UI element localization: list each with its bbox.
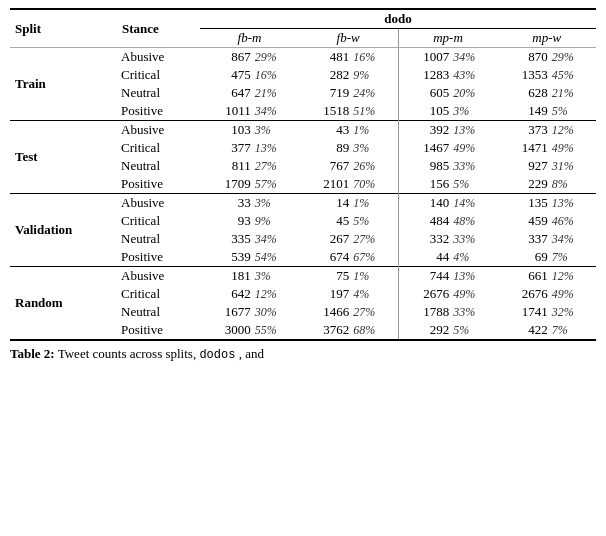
num-cell: 1788 <box>398 303 451 321</box>
pct-cell: 31% <box>550 157 596 175</box>
num-cell: 927 <box>497 157 549 175</box>
pct-cell: 49% <box>451 139 497 157</box>
num-cell: 1007 <box>398 48 451 67</box>
pct-cell: 43% <box>451 66 497 84</box>
pct-cell: 16% <box>253 66 299 84</box>
num-cell: 867 <box>200 48 252 67</box>
num-cell: 93 <box>200 212 252 230</box>
num-cell: 744 <box>398 267 451 286</box>
stance-cell: Abusive <box>117 267 200 286</box>
num-cell: 282 <box>299 66 351 84</box>
num-cell: 181 <box>200 267 252 286</box>
subheader-fbw: fb-w <box>299 29 398 48</box>
data-table: Split Stance dodo fb-m fb-w mp-m mp-w Tr… <box>10 8 596 341</box>
pct-cell: 1% <box>351 267 398 286</box>
pct-cell: 34% <box>451 48 497 67</box>
stance-cell: Neutral <box>117 84 200 102</box>
pct-cell: 4% <box>351 285 398 303</box>
num-cell: 105 <box>398 102 451 121</box>
stance-cell: Neutral <box>117 303 200 321</box>
pct-cell: 27% <box>253 157 299 175</box>
num-cell: 647 <box>200 84 252 102</box>
pct-cell: 20% <box>451 84 497 102</box>
pct-cell: 13% <box>253 139 299 157</box>
table-row: RandomAbusive1813%751%74413%66112% <box>10 267 596 286</box>
table-row: TestAbusive1033%431%39213%37312% <box>10 121 596 140</box>
stance-cell: Critical <box>117 66 200 84</box>
pct-cell: 33% <box>451 303 497 321</box>
num-cell: 628 <box>497 84 549 102</box>
split-header: Split <box>10 9 117 48</box>
pct-cell: 4% <box>451 248 497 267</box>
pct-cell: 68% <box>351 321 398 340</box>
pct-cell: 27% <box>351 303 398 321</box>
pct-cell: 45% <box>550 66 596 84</box>
pct-cell: 3% <box>253 267 299 286</box>
pct-cell: 33% <box>451 230 497 248</box>
num-cell: 335 <box>200 230 252 248</box>
num-cell: 69 <box>497 248 549 267</box>
caption-code: dodos <box>199 348 235 362</box>
num-cell: 475 <box>200 66 252 84</box>
num-cell: 3762 <box>299 321 351 340</box>
table-row: ValidationAbusive333%141%14014%13513% <box>10 194 596 213</box>
num-cell: 337 <box>497 230 549 248</box>
split-cell: Random <box>10 267 117 341</box>
pct-cell: 1% <box>351 194 398 213</box>
pct-cell: 49% <box>550 139 596 157</box>
pct-cell: 5% <box>451 321 497 340</box>
pct-cell: 13% <box>451 267 497 286</box>
pct-cell: 48% <box>451 212 497 230</box>
num-cell: 719 <box>299 84 351 102</box>
num-cell: 605 <box>398 84 451 102</box>
pct-cell: 3% <box>351 139 398 157</box>
stance-cell: Critical <box>117 139 200 157</box>
pct-cell: 57% <box>253 175 299 194</box>
pct-cell: 49% <box>550 285 596 303</box>
caption-end: , and <box>239 346 264 361</box>
subheader-fbm: fb-m <box>200 29 299 48</box>
pct-cell: 55% <box>253 321 299 340</box>
pct-cell: 12% <box>550 267 596 286</box>
stance-cell: Critical <box>117 212 200 230</box>
pct-cell: 7% <box>550 248 596 267</box>
stance-cell: Abusive <box>117 48 200 67</box>
pct-cell: 54% <box>253 248 299 267</box>
num-cell: 2101 <box>299 175 351 194</box>
num-cell: 1471 <box>497 139 549 157</box>
pct-cell: 67% <box>351 248 398 267</box>
num-cell: 392 <box>398 121 451 140</box>
pct-cell: 12% <box>550 121 596 140</box>
pct-cell: 5% <box>351 212 398 230</box>
num-cell: 292 <box>398 321 451 340</box>
split-cell: Test <box>10 121 117 194</box>
num-cell: 75 <box>299 267 351 286</box>
num-cell: 2676 <box>497 285 549 303</box>
pct-cell: 32% <box>550 303 596 321</box>
pct-cell: 34% <box>253 230 299 248</box>
num-cell: 1466 <box>299 303 351 321</box>
caption-label: Table 2: <box>10 346 55 361</box>
header-row-1: Split Stance dodo <box>10 9 596 29</box>
pct-cell: 3% <box>451 102 497 121</box>
num-cell: 267 <box>299 230 351 248</box>
num-cell: 377 <box>200 139 252 157</box>
stance-cell: Neutral <box>117 157 200 175</box>
num-cell: 1709 <box>200 175 252 194</box>
caption-text: Tweet counts across splits, <box>58 346 196 361</box>
pct-cell: 34% <box>253 102 299 121</box>
num-cell: 811 <box>200 157 252 175</box>
stance-header: Stance <box>117 9 200 48</box>
pct-cell: 51% <box>351 102 398 121</box>
num-cell: 229 <box>497 175 549 194</box>
split-cell: Train <box>10 48 117 121</box>
table-container: Split Stance dodo fb-m fb-w mp-m mp-w Tr… <box>10 8 596 362</box>
pct-cell: 49% <box>451 285 497 303</box>
pct-cell: 24% <box>351 84 398 102</box>
pct-cell: 13% <box>550 194 596 213</box>
num-cell: 135 <box>497 194 549 213</box>
num-cell: 1518 <box>299 102 351 121</box>
pct-cell: 3% <box>253 121 299 140</box>
stance-cell: Abusive <box>117 121 200 140</box>
pct-cell: 13% <box>451 121 497 140</box>
